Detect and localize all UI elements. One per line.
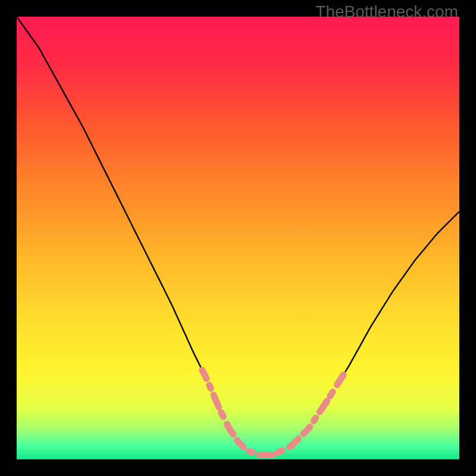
- chart-svg: [17, 17, 459, 459]
- chart-plot-area: [17, 17, 459, 459]
- gradient-background: [17, 17, 459, 459]
- chart-frame: TheBottleneck.com: [0, 0, 476, 476]
- watermark-text: TheBottleneck.com: [315, 2, 458, 21]
